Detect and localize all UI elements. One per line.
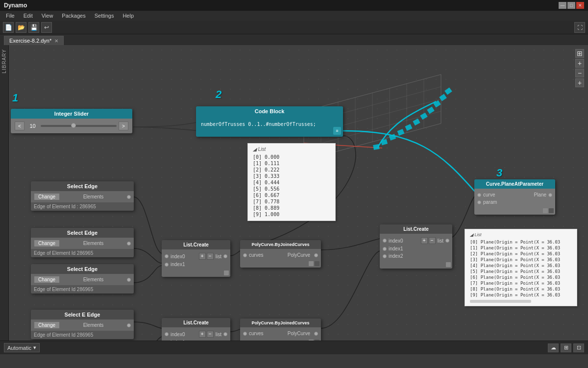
list-item-8: [8] 0.889 — [253, 205, 330, 211]
svg-rect-16 — [405, 124, 412, 131]
svg-rect-19 — [427, 107, 434, 114]
lc1-in1 — [165, 263, 169, 267]
run-mode-dropdown[interactable]: Automatic ▾ — [4, 343, 40, 352]
lc2-plus-btn[interactable]: + — [421, 237, 428, 244]
lc2-header[interactable]: List.Create — [380, 224, 452, 234]
fullscreen-btn[interactable]: ⛶ — [574, 22, 585, 33]
polycurve-node-1: PolyCurve.ByJoinedCurves curves PolyCurv… — [240, 240, 321, 268]
se1-header[interactable]: Select Edge — [31, 181, 134, 191]
se4-change-btn[interactable]: Change — [34, 321, 60, 329]
lc1-header[interactable]: List.Create — [162, 240, 230, 249]
se3-footer: Edge of Element Id 286965 — [31, 285, 134, 294]
lr-item-6: [6] Plane(Origin = Point(X = 36.03 — [470, 274, 572, 280]
code-block-header[interactable]: Code Block — [196, 106, 343, 116]
open-btn[interactable]: 📂 — [16, 22, 26, 33]
slider-increment-btn[interactable]: > — [119, 122, 128, 130]
lc2-label2: index2 — [389, 253, 403, 259]
list-create-node-2: List.Create index0 + − list index1 index… — [380, 224, 452, 269]
tab-bar: Exercise-8.2.dyn* ✕ — [0, 34, 588, 45]
lr-item-0: [0] Plane(Origin = Point(X = 36.03 — [470, 239, 572, 245]
slider-decrement-btn[interactable]: < — [15, 122, 24, 130]
integer-slider-node: Integer Slider < 10 > — [11, 109, 132, 133]
tab-exercise[interactable]: Exercise-8.2.dyn* ✕ — [4, 36, 64, 45]
param-port-in — [477, 200, 481, 204]
close-btn[interactable]: ✕ — [576, 2, 584, 9]
list-item-0: [0] 0.000 — [253, 154, 330, 160]
lr-item-1: [1] Plane(Origin = Point(X = 36.03 — [470, 245, 572, 251]
lc2-label1: index1 — [389, 246, 403, 251]
layout-icon[interactable]: ⊡ — [573, 343, 584, 352]
se4-footer: Edge of Element Id 286965 — [31, 331, 134, 339]
se3-elements-label: Elements — [83, 277, 104, 282]
menu-edit[interactable]: Edit — [20, 12, 37, 20]
lc1-label1: index1 — [171, 262, 185, 267]
se3-out-port — [127, 278, 131, 282]
lr-item-4: [4] Plane(Origin = Point(X = 36.03 — [470, 263, 572, 269]
run-mode-label: Automatic — [7, 345, 31, 351]
pc1-header[interactable]: PolyCurve.ByJoinedCurves — [240, 240, 321, 249]
se2-header[interactable]: Select Edge — [31, 228, 134, 238]
code-block-node: Code Block numberOfTrusses 0..1..#number… — [196, 106, 343, 137]
curve-plane-node: Curve.PlaneAtParameter curve Plane param — [474, 179, 555, 215]
se3-header[interactable]: Select Edge — [31, 264, 134, 274]
select-edge-node-4: Select E Edge Change Elements Edge of El… — [31, 310, 134, 339]
code-block-text: numberOfTrusses 0..1..#numberOfTrusses; — [201, 122, 316, 127]
zoom-in-btn[interactable]: + — [575, 59, 584, 68]
lc3-plus-btn[interactable]: + — [199, 331, 206, 338]
pc2-in-label: curves — [249, 331, 264, 336]
list-result-panel: ◢ List [0] Plane(Origin = Point(X = 36.0… — [465, 229, 577, 306]
lc3-label0: index0 — [171, 332, 185, 337]
se4-header[interactable]: Select E Edge — [31, 310, 134, 319]
lc1-plus-btn[interactable]: + — [199, 253, 206, 260]
se2-footer: Edge of Element Id 286965 — [31, 249, 134, 257]
lc3-header[interactable]: List.Create — [162, 318, 230, 327]
menu-view[interactable]: View — [38, 12, 57, 20]
menu-help[interactable]: Help — [119, 12, 138, 20]
svg-rect-22 — [444, 87, 452, 95]
undo-btn[interactable]: ↩ — [41, 22, 52, 33]
callout-3: 3 — [496, 167, 502, 179]
plane-port-out — [548, 193, 552, 197]
lc2-in1 — [383, 247, 387, 251]
lc2-minus-btn[interactable]: − — [429, 237, 436, 244]
svg-rect-14 — [389, 134, 396, 141]
callout-2: 1 — [12, 92, 18, 104]
list-item-3: [3] 0.333 — [253, 173, 330, 179]
svg-rect-12 — [373, 144, 380, 150]
se2-change-btn[interactable]: Change — [34, 240, 60, 247]
new-btn[interactable]: 📄 — [3, 22, 14, 33]
se1-change-btn[interactable]: Change — [34, 193, 60, 200]
save-btn[interactable]: 💾 — [28, 22, 39, 33]
menu-bar: File Edit View Packages Settings Help — [0, 11, 588, 21]
se1-out-port — [127, 195, 131, 199]
dropdown-arrow-icon: ▾ — [33, 344, 36, 351]
curve-plane-header[interactable]: Curve.PlaneAtParameter — [474, 179, 555, 189]
menu-settings[interactable]: Settings — [91, 12, 118, 20]
menu-packages[interactable]: Packages — [58, 12, 89, 20]
se3-change-btn[interactable]: Change — [34, 276, 60, 283]
lr-item-3: [3] Plane(Origin = Point(X = 36.03 — [470, 257, 572, 263]
lc2-label0: index0 — [389, 238, 403, 244]
zoom-extra-btn[interactable]: + — [575, 78, 584, 87]
library-panel[interactable]: LIBRARY — [0, 45, 9, 354]
list-item-6: [6] 0.667 — [253, 192, 330, 198]
se4-elements-label: Elements — [83, 322, 104, 328]
menu-file[interactable]: File — [2, 12, 19, 20]
grid-icon[interactable]: ⊞ — [561, 343, 571, 352]
cloud-icon[interactable]: ☁ — [548, 343, 559, 352]
lc1-minus-btn[interactable]: − — [207, 253, 214, 260]
list-item-9: [9] 1.000 — [253, 211, 330, 218]
integer-slider-header[interactable]: Integer Slider — [11, 109, 132, 119]
zoom-fit-btn[interactable]: ⊞ — [575, 49, 584, 58]
minimize-btn[interactable]: — — [559, 2, 566, 9]
pc2-header[interactable]: PolyCurve.ByJoinedCurves — [240, 319, 321, 327]
svg-rect-21 — [439, 94, 447, 101]
list-tooltip: ◢ List [0] 0.000 [1] 0.111 [2] 0.222 [3]… — [247, 143, 336, 221]
maximize-btn[interactable]: □ — [567, 2, 575, 9]
slider-track[interactable] — [41, 125, 117, 127]
select-edge-node-3: Select Edge Change Elements Edge of Elem… — [31, 264, 134, 294]
zoom-out-btn[interactable]: − — [575, 69, 584, 77]
lc3-minus-btn[interactable]: − — [207, 331, 214, 338]
pc2-in — [243, 332, 247, 336]
tab-close-icon[interactable]: ✕ — [54, 38, 58, 44]
